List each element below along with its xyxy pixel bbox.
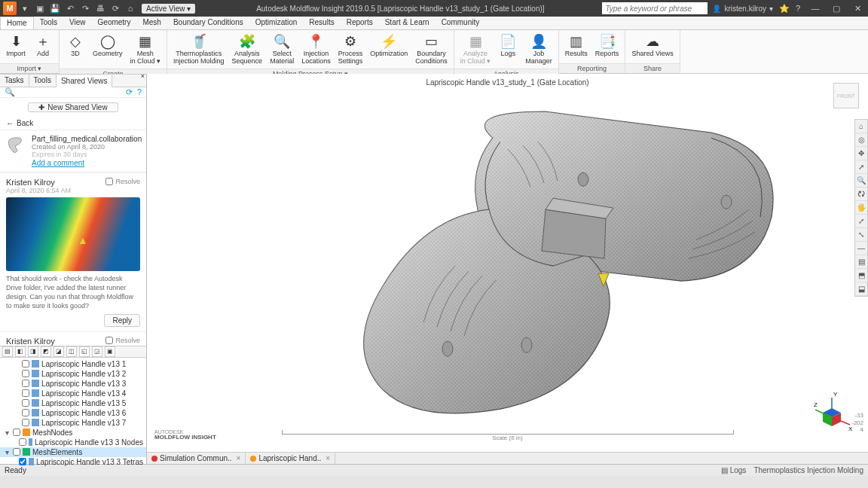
tree-tool-3[interactable]: ◩ — [41, 346, 51, 357]
nav-tool-12[interactable]: ⬓ — [855, 282, 867, 296]
qat-new-icon[interactable]: ▾ — [18, 2, 32, 15]
menu-community[interactable]: Community — [436, 17, 486, 29]
ribbon-mesh[interactable]: ▦Meshin Cloud ▾ — [127, 32, 164, 67]
menu-view[interactable]: View — [63, 17, 92, 29]
layer-visible-checkbox[interactable] — [19, 438, 26, 446]
tree-row[interactable]: Lapriscopic Handle v13 4 — [0, 389, 146, 398]
maximize-button[interactable]: ▢ — [826, 0, 847, 17]
qat-redo-icon[interactable]: ↷ — [78, 2, 92, 15]
layer-visible-checkbox[interactable] — [13, 448, 20, 456]
refresh-icon[interactable]: ⟳ — [126, 87, 133, 96]
viewport[interactable]: Lapriscopic Handle v13_study_1 (Gate Loc… — [147, 74, 868, 464]
ribbon-logs[interactable]: 📄Logs — [495, 32, 521, 59]
ribbon-thermoplastics[interactable]: 🥤ThermoplasticsInjection Molding — [170, 32, 228, 67]
tree-tool-4[interactable]: ◪ — [53, 346, 64, 357]
tree-row[interactable]: Lapriscopic Handle v13 3 Tetras — [0, 457, 146, 467]
left-tab-shared-views[interactable]: Shared Views — [57, 75, 113, 87]
tree-row[interactable]: Lapriscopic Handle v13 2 — [0, 369, 146, 379]
axis-gizmo[interactable]: Z Y X — [809, 387, 854, 432]
menu-start-learn[interactable]: Start & Learn — [379, 17, 436, 29]
favorite-icon[interactable]: ⭐ — [778, 2, 791, 15]
view-cube[interactable]: FRONT — [833, 83, 859, 108]
panel-help-icon[interactable]: ? — [137, 87, 142, 96]
layer-visible-checkbox[interactable] — [22, 399, 29, 407]
help-search-input[interactable] — [602, 2, 708, 14]
layer-visible-checkbox[interactable] — [22, 380, 29, 387]
menu-reports[interactable]: Reports — [341, 17, 379, 29]
nav-tool-8[interactable]: ⤡ — [855, 228, 867, 242]
status-logs[interactable]: ▤ Logs — [721, 466, 746, 474]
more-menu-icon[interactable]: ⋯ — [130, 135, 140, 145]
qat-open-icon[interactable]: ▣ — [33, 2, 47, 15]
close-button[interactable]: ✕ — [847, 0, 868, 17]
qat-refresh-icon[interactable]: ⟳ — [108, 2, 122, 15]
tree-row[interactable]: Lapriscopic Handle v13 1 — [0, 359, 146, 369]
tree-row[interactable]: Lapriscopic Handle v13 5 — [0, 398, 146, 408]
tree-row[interactable]: ▾MeshElements — [0, 447, 146, 457]
search-icon[interactable]: 🔍 — [5, 87, 15, 97]
left-tab-tools[interactable]: Tools — [29, 75, 57, 87]
tree-tool-7[interactable]: ◲ — [92, 346, 102, 357]
resolve-checkbox[interactable]: Resolve — [105, 337, 140, 344]
expand-icon[interactable]: ▾ — [3, 448, 11, 456]
ribbon-select[interactable]: 🔍SelectMaterial — [267, 32, 297, 67]
tree-row[interactable]: Lapriscopic Handle v13 6 — [0, 408, 146, 418]
ribbon--d[interactable]: ◇3D — [63, 32, 88, 59]
back-button[interactable]: ← Back — [0, 117, 146, 130]
tree-tool-6[interactable]: ◱ — [79, 346, 90, 357]
tree-row[interactable]: ▾MeshNodes — [0, 428, 146, 438]
ribbon-boundary[interactable]: ▭BoundaryConditions — [412, 32, 451, 67]
tree-tool-0[interactable]: ▤ — [2, 346, 13, 357]
layer-visible-checkbox[interactable] — [22, 370, 29, 377]
layer-visible-checkbox[interactable] — [22, 409, 29, 416]
ribbon-add[interactable]: ＋Add — [30, 32, 56, 59]
ribbon-analyze[interactable]: ▦Analyzein Cloud ▾ — [457, 32, 494, 67]
menu-optimization[interactable]: Optimization — [249, 17, 304, 29]
nav-tool-0[interactable]: ⌂ — [855, 120, 867, 133]
panel-close-icon[interactable]: × — [141, 72, 145, 80]
user-menu[interactable]: 👤 kristen.kilroy ▾ — [708, 5, 778, 13]
viewport-tab[interactable]: Lapriscopic Hand..× — [246, 453, 335, 464]
viewport-tab[interactable]: Simulation Commun..× — [147, 453, 246, 464]
nav-tool-3[interactable]: ➚ — [855, 160, 867, 174]
tree-row[interactable]: Lapriscopic Handle v13 3 Nodes — [0, 438, 146, 447]
tree-tool-2[interactable]: ◨ — [28, 346, 38, 357]
tree-tool-5[interactable]: ◫ — [66, 346, 77, 357]
reply-button[interactable]: Reply — [104, 314, 140, 327]
layer-visible-checkbox[interactable] — [13, 429, 20, 436]
ribbon-import[interactable]: ⬇Import — [3, 32, 29, 59]
nav-tool-2[interactable]: ✥ — [855, 147, 867, 160]
active-view-selector[interactable]: Active View ▾ — [142, 4, 195, 14]
expand-icon[interactable]: ▾ — [3, 429, 11, 437]
nav-tool-7[interactable]: ⤢ — [855, 215, 867, 228]
menu-boundary-conditions[interactable]: Boundary Conditions — [167, 17, 249, 29]
ribbon-geometry[interactable]: ◯Geometry — [90, 32, 126, 59]
menu-geometry[interactable]: Geometry — [92, 17, 137, 29]
left-tab-tasks[interactable]: Tasks — [0, 75, 29, 87]
ribbon-optimization[interactable]: ⚡Optimization — [367, 32, 411, 59]
ribbon-analysis[interactable]: 🧩AnalysisSequence — [229, 32, 266, 67]
qat-home-icon[interactable]: ⌂ — [124, 2, 137, 15]
nav-tool-4[interactable]: 🔍 — [855, 174, 867, 188]
menu-tools[interactable]: Tools — [34, 17, 63, 29]
layer-visible-checkbox[interactable] — [19, 458, 26, 465]
ribbon-job[interactable]: 👤JobManager — [522, 32, 555, 67]
qat-undo-icon[interactable]: ↶ — [63, 2, 77, 15]
new-shared-view-button[interactable]: ✚ New Shared View — [28, 102, 118, 112]
qat-print-icon[interactable]: 🖶 — [93, 2, 107, 15]
resolve-checkbox[interactable]: Resolve — [105, 178, 140, 185]
tree-tool-1[interactable]: ◧ — [15, 346, 26, 357]
ribbon-results[interactable]: ▥Results — [562, 32, 591, 59]
layer-visible-checkbox[interactable] — [22, 360, 29, 368]
nav-tool-10[interactable]: ▤ — [855, 255, 867, 269]
tree-row[interactable]: Lapriscopic Handle v13 7 — [0, 418, 146, 428]
ribbon-shared-views[interactable]: ☁Shared Views — [628, 32, 676, 59]
ribbon-process[interactable]: ⚙ProcessSettings — [335, 32, 366, 67]
menu-home[interactable]: Home — [0, 17, 34, 29]
ribbon-reports[interactable]: 📑Reports — [592, 32, 622, 59]
tree-row[interactable]: Lapriscopic Handle v13 3 — [0, 379, 146, 389]
nav-tool-11[interactable]: ⬒ — [855, 269, 867, 282]
menu-mesh[interactable]: Mesh — [136, 17, 167, 29]
layer-visible-checkbox[interactable] — [22, 419, 29, 426]
menu-results[interactable]: Results — [303, 17, 340, 29]
